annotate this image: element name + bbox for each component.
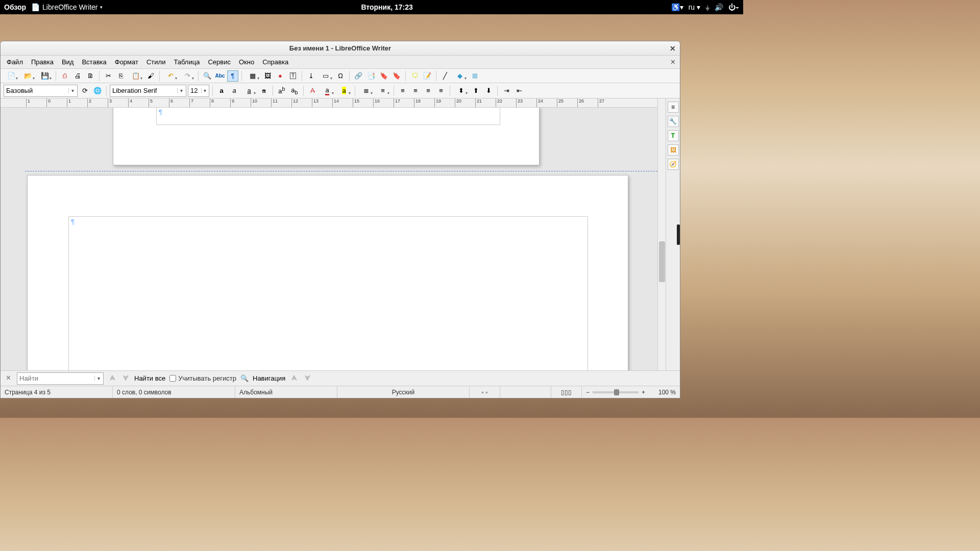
- zoom-thumb[interactable]: [614, 389, 619, 395]
- strikethrough-button[interactable]: a: [258, 85, 270, 96]
- font-size-combo[interactable]: ▾: [188, 85, 209, 97]
- decrease-spacing-button[interactable]: ⬇: [483, 85, 494, 96]
- match-case-input[interactable]: [169, 375, 176, 382]
- underline-button[interactable]: a: [241, 85, 257, 96]
- window-close-button[interactable]: ✕: [670, 44, 676, 53]
- open-button[interactable]: 📂: [20, 70, 36, 82]
- bullet-list-button[interactable]: ≣: [358, 85, 374, 96]
- clone-format-button[interactable]: 🖌: [145, 70, 156, 82]
- status-language[interactable]: Русский: [337, 386, 470, 398]
- find-all-button[interactable]: Найти все: [134, 374, 165, 382]
- text-frame[interactable]: ¶: [156, 108, 500, 125]
- new-document-button[interactable]: 📄: [4, 70, 19, 82]
- find-prev-button[interactable]: ⮝: [108, 374, 117, 383]
- bold-button[interactable]: a: [216, 85, 227, 96]
- insert-field-button[interactable]: ▭: [318, 70, 333, 82]
- new-style-button[interactable]: 🌐: [92, 85, 103, 96]
- menu-tools[interactable]: Сервис: [205, 57, 234, 67]
- chevron-down-icon[interactable]: ▾: [68, 88, 75, 93]
- font-name-combo[interactable]: ▾: [110, 85, 186, 97]
- insert-chart-button[interactable]: ●: [275, 70, 286, 82]
- zoom-in-button[interactable]: +: [642, 389, 645, 396]
- undo-button[interactable]: ↶: [163, 70, 178, 82]
- superscript-button[interactable]: ab: [276, 85, 287, 96]
- insert-footnote-button[interactable]: 📑: [365, 70, 377, 82]
- save-button[interactable]: 💾: [37, 70, 53, 82]
- font-size-input[interactable]: [190, 87, 201, 94]
- export-pdf-button[interactable]: ⎙: [59, 70, 70, 82]
- chevron-down-icon[interactable]: ▾: [201, 88, 207, 93]
- text-frame[interactable]: ¶: [68, 216, 588, 370]
- track-changes-button[interactable]: 📝: [422, 70, 433, 82]
- align-left-button[interactable]: ≡: [397, 85, 408, 96]
- insert-line-button[interactable]: ╱: [439, 70, 451, 82]
- insert-image-button[interactable]: 🖼: [262, 70, 273, 82]
- find-next-button[interactable]: ⮟: [121, 374, 130, 383]
- clock[interactable]: Вторник, 17:23: [103, 3, 671, 11]
- match-case-checkbox[interactable]: Учитывать регистр: [169, 374, 236, 382]
- font-color-button[interactable]: a: [320, 85, 335, 96]
- window-titlebar[interactable]: Без имени 1 - LibreOffice Writer ✕: [1, 41, 680, 56]
- insert-hyperlink-button[interactable]: 🔗: [353, 70, 364, 82]
- spellcheck-button[interactable]: Abc: [214, 70, 226, 82]
- volume-icon[interactable]: 🔊: [715, 3, 723, 11]
- sidebar-settings-button[interactable]: 🔧: [668, 116, 679, 127]
- highlight-button[interactable]: a: [336, 85, 352, 96]
- menu-insert[interactable]: Вставка: [79, 57, 109, 67]
- update-style-button[interactable]: ⟳: [79, 85, 90, 96]
- increase-spacing-button[interactable]: ⬆: [470, 85, 481, 96]
- basic-shapes-button[interactable]: ◆: [452, 70, 468, 82]
- zoom-percent[interactable]: 100 %: [649, 386, 680, 398]
- power-icon[interactable]: ⏻▾: [728, 3, 739, 11]
- page-current[interactable]: ¶: [27, 175, 628, 370]
- insert-crossref-button[interactable]: 🔖: [391, 70, 402, 82]
- sidebar-gallery-button[interactable]: 🖼: [668, 144, 679, 156]
- active-app-menu[interactable]: 📄 LibreOffice Writer ▾: [31, 3, 103, 11]
- copy-button[interactable]: ⎘: [115, 70, 127, 82]
- network-icon[interactable]: ⏚: [705, 3, 709, 11]
- line-spacing-button[interactable]: ⬍: [453, 85, 469, 96]
- document-canvas[interactable]: ¶ ¶: [1, 108, 657, 370]
- paragraph-style-input[interactable]: [6, 87, 68, 94]
- redo-button[interactable]: ↷: [180, 70, 195, 82]
- menu-edit[interactable]: Правка: [28, 57, 57, 67]
- insert-textbox-button[interactable]: T: [287, 70, 299, 82]
- close-findbar-button[interactable]: ✕: [4, 374, 13, 383]
- menu-window[interactable]: Окно: [236, 57, 257, 67]
- increase-indent-button[interactable]: ⇥: [501, 85, 512, 96]
- sidebar-collapse-handle[interactable]: [677, 224, 680, 245]
- print-preview-button[interactable]: 🗎: [85, 70, 96, 82]
- italic-button[interactable]: a: [229, 85, 240, 96]
- paragraph-style-combo[interactable]: ▾: [4, 85, 78, 97]
- find-input[interactable]: [19, 374, 94, 382]
- insert-bookmark-button[interactable]: 🔖: [378, 70, 389, 82]
- menu-help[interactable]: Справка: [259, 57, 291, 67]
- vertical-scrollbar[interactable]: [657, 98, 666, 370]
- align-center-button[interactable]: ≡: [410, 85, 421, 96]
- status-pagestyle[interactable]: Альбомный: [235, 386, 337, 398]
- scrollbar-thumb[interactable]: [659, 241, 665, 282]
- menu-view[interactable]: Вид: [59, 57, 77, 67]
- paste-button[interactable]: 📋: [128, 70, 143, 82]
- zoom-slider[interactable]: [593, 391, 639, 393]
- insert-symbol-button[interactable]: Ω: [335, 70, 346, 82]
- cut-button[interactable]: ✂: [103, 70, 114, 82]
- horizontal-ruler[interactable]: 1012345678910111213141516171819202122232…: [1, 98, 657, 108]
- subscript-button[interactable]: ab: [289, 85, 300, 96]
- nav-next-button[interactable]: ⮟: [303, 374, 312, 383]
- sidebar-properties-button[interactable]: ≡: [668, 102, 679, 113]
- insert-comment-button[interactable]: 🗨: [409, 70, 420, 82]
- insert-pagebreak-button[interactable]: ⤓: [305, 70, 316, 82]
- chevron-down-icon[interactable]: ▾: [94, 375, 101, 381]
- number-list-button[interactable]: ≡: [375, 85, 390, 96]
- insert-table-button[interactable]: ▦: [245, 70, 260, 82]
- input-language-indicator[interactable]: ru ▾: [689, 3, 700, 11]
- zoom-out-button[interactable]: −: [586, 389, 590, 396]
- status-page[interactable]: Страница 4 из 5: [1, 386, 113, 398]
- accessibility-icon[interactable]: ♿▾: [671, 3, 683, 11]
- font-name-input[interactable]: [112, 87, 177, 94]
- nav-prev-button[interactable]: ⮝: [289, 374, 299, 383]
- sidebar-navigator-button[interactable]: 🧭: [668, 159, 679, 170]
- document-close-button[interactable]: ✕: [670, 58, 676, 66]
- align-right-button[interactable]: ≡: [423, 85, 434, 96]
